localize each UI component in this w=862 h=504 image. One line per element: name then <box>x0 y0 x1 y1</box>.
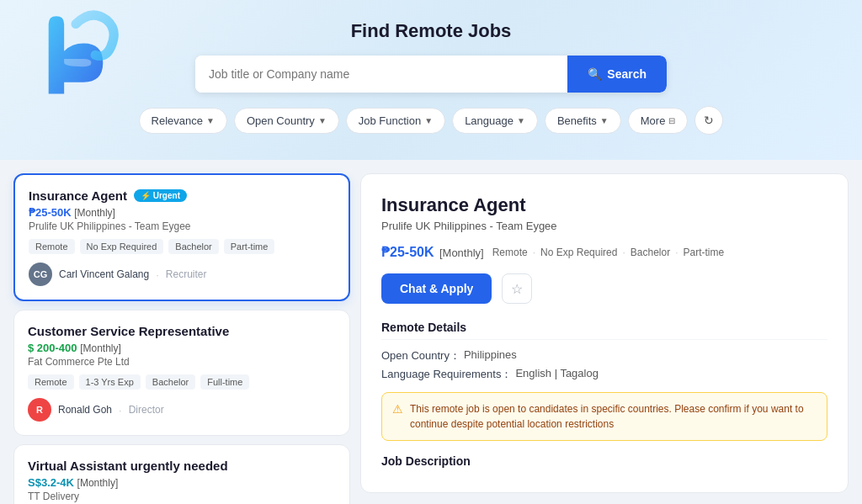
recruiter-2-role: Director <box>129 404 164 416</box>
tag-remote-2: Remote <box>28 374 74 390</box>
detail-salary-row: ₱25-50K [Monthly] Remote · No Exp Requir… <box>381 244 827 260</box>
search-input[interactable] <box>195 56 567 93</box>
tag-type-2: Full-time <box>200 374 249 390</box>
main-content: Insurance Agent ⚡ Urgent ₱25-50K [Monthl… <box>0 160 862 504</box>
open-country-value: Philippines <box>464 348 517 363</box>
tag-remote: Remote <box>29 239 75 254</box>
job-card-2-header: Customer Service Representative <box>28 324 336 338</box>
logo <box>25 8 126 109</box>
job-card-3-title: Virtual Assistant urgently needed <box>28 459 228 473</box>
recruiter-2-avatar: R <box>28 398 51 422</box>
tag-edu: Bachelor <box>168 239 218 254</box>
filter-icon: ⊟ <box>668 116 675 125</box>
open-country-row: Open Country： Philippines <box>381 348 827 363</box>
job-card-3-salary: S$3.2-4K [Monthly] <box>28 476 336 489</box>
job-card-1-company: Prulife UK Philippines - Team Eygee <box>29 220 335 232</box>
recruiter-2-name: Ronald Goh <box>58 404 112 416</box>
urgent-badge: ⚡ Urgent <box>134 189 187 202</box>
job-card-2-title: Customer Service Representative <box>28 324 229 338</box>
tag-exp: No Exp Required <box>80 239 164 254</box>
job-card-2-recruiter: R Ronald Goh · Director <box>28 398 336 422</box>
search-icon: 🔍 <box>588 67 602 81</box>
search-button-label: Search <box>607 67 646 81</box>
tag-exp-2: 1-3 Yrs Exp <box>79 374 141 390</box>
job-card-1-header: Insurance Agent ⚡ Urgent <box>29 188 335 203</box>
detail-tag-edu: Bachelor <box>631 247 670 258</box>
language-value: English | Tagalog <box>515 367 599 382</box>
filter-language-label: Language <box>465 114 513 127</box>
job-card-1-title: Insurance Agent <box>29 188 127 203</box>
job-card-1[interactable]: Insurance Agent ⚡ Urgent ₱25-50K [Monthl… <box>13 173 350 301</box>
filter-open-country-label: Open Country <box>247 114 315 127</box>
job-card-3-company: TT Delivery <box>28 491 336 502</box>
filter-relevance[interactable]: Relevance ▼ <box>139 108 227 134</box>
chevron-down-icon: ▼ <box>424 116 433 125</box>
refresh-icon: ↻ <box>704 114 714 127</box>
filter-job-function[interactable]: Job Function ▼ <box>346 108 445 134</box>
job-description-title: Job Description <box>381 454 827 468</box>
remote-details-section-title: Remote Details <box>381 321 827 340</box>
chevron-down-icon: ▼ <box>206 116 215 125</box>
open-country-label: Open Country： <box>381 348 460 363</box>
filter-benefits-label: Benefits <box>557 114 597 127</box>
tag-edu-2: Bachelor <box>146 374 195 390</box>
job-card-1-recruiter: CG Carl Vincent Galang · Recruiter <box>29 263 335 286</box>
language-label: Language Requirements： <box>381 367 512 382</box>
job-card-1-salary: ₱25-50K [Monthly] <box>29 206 335 219</box>
language-row: Language Requirements： English | Tagalog <box>381 367 827 382</box>
job-card-2-salary: $ 200-400 [Monthly] <box>28 342 336 354</box>
job-list: Insurance Agent ⚡ Urgent ₱25-50K [Monthl… <box>13 173 350 504</box>
detail-tags: Remote · No Exp Required · Bachelor · Pa… <box>492 247 725 258</box>
bookmark-button[interactable]: ☆ <box>502 273 532 304</box>
filter-open-country[interactable]: Open Country ▼ <box>234 108 339 134</box>
filter-benefits[interactable]: Benefits ▼ <box>545 108 621 134</box>
detail-tag-remote: Remote <box>492 247 528 258</box>
filter-job-function-label: Job Function <box>359 114 421 127</box>
warning-text: This remote job is open to candidates in… <box>410 401 817 432</box>
detail-title: Insurance Agent <box>381 194 827 216</box>
detail-tag-exp: No Exp Required <box>540 247 617 258</box>
filter-more[interactable]: More ⊟ <box>628 108 689 134</box>
chat-apply-button[interactable]: Chat & Apply <box>381 273 492 304</box>
refresh-button[interactable]: ↻ <box>694 106 723 135</box>
filter-relevance-label: Relevance <box>152 114 203 127</box>
warning-icon: ⚠ <box>392 402 403 416</box>
recruiter-1-avatar: CG <box>29 263 52 286</box>
tag-type: Part-time <box>224 239 275 254</box>
job-card-2[interactable]: Customer Service Representative $ 200-40… <box>13 310 350 436</box>
recruiter-1-name: Carl Vincent Galang <box>59 268 149 280</box>
filter-bar: Relevance ▼ Open Country ▼ Job Function … <box>34 106 828 135</box>
detail-company: Prulife UK Philippines - Team Eygee <box>381 220 827 232</box>
search-input-wrapper: 🔍 Search <box>195 56 667 93</box>
job-card-1-tags: Remote No Exp Required Bachelor Part-tim… <box>29 239 335 254</box>
search-button[interactable]: 🔍 Search <box>567 56 667 93</box>
warning-box: ⚠ This remote job is open to candidates … <box>381 392 827 441</box>
job-card-3[interactable]: Virtual Assistant urgently needed S$3.2-… <box>13 444 350 504</box>
detail-tag-type: Part-time <box>684 247 725 258</box>
chevron-down-icon: ▼ <box>517 116 525 125</box>
recruiter-1-role: Recruiter <box>166 268 207 280</box>
star-icon: ☆ <box>511 281 523 297</box>
header: Find Remote Jobs 🔍 Search Relevance ▼ Op… <box>0 0 862 160</box>
chevron-down-icon: ▼ <box>318 116 327 125</box>
job-card-2-tags: Remote 1-3 Yrs Exp Bachelor Full-time <box>28 374 336 390</box>
job-detail-panel: Insurance Agent Prulife UK Philippines -… <box>360 173 849 493</box>
filter-more-label: More <box>641 114 666 127</box>
page-title: Find Remote Jobs <box>34 20 828 42</box>
detail-salary: ₱25-50K [Monthly] <box>381 244 484 260</box>
job-card-2-company: Fat Commerce Pte Ltd <box>28 356 336 368</box>
job-card-3-header: Virtual Assistant urgently needed <box>28 459 336 473</box>
action-row: Chat & Apply ☆ <box>381 273 827 304</box>
filter-language[interactable]: Language ▼ <box>452 108 538 134</box>
chevron-down-icon: ▼ <box>600 116 609 125</box>
search-bar: 🔍 Search <box>34 56 828 93</box>
